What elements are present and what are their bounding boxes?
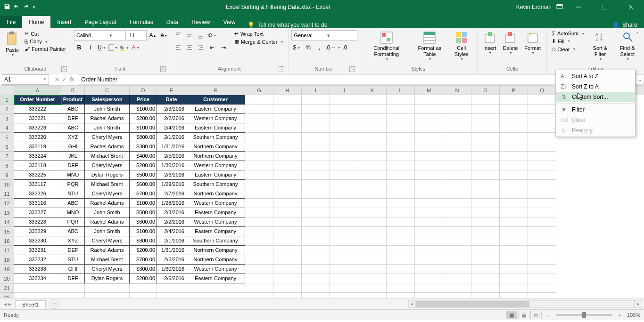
font-launcher[interactable]: ↘ <box>160 66 166 72</box>
cell-A4[interactable]: 333223 <box>14 123 61 133</box>
cell-M20[interactable] <box>415 274 443 283</box>
cell-Q17[interactable] <box>528 246 556 255</box>
cell-O18[interactable] <box>471 255 500 265</box>
cell-C4[interactable]: John Smith <box>85 123 130 133</box>
cell-H4[interactable] <box>273 123 302 133</box>
cell-C17[interactable]: Rachel Adams <box>85 246 130 255</box>
cell-L5[interactable] <box>387 133 415 142</box>
cell-J8[interactable] <box>330 161 358 170</box>
cell-K9[interactable] <box>358 170 387 180</box>
cell-M10[interactable] <box>415 180 443 189</box>
cell-K19[interactable] <box>358 265 387 274</box>
cell-N7[interactable] <box>443 152 471 161</box>
cell-N20[interactable] <box>443 274 471 283</box>
cell-E2[interactable]: 2/3/2016 <box>157 105 186 114</box>
cell-E11[interactable]: 2/7/2016 <box>157 189 186 199</box>
cell-G10[interactable] <box>245 180 273 189</box>
close-button[interactable] <box>620 0 642 14</box>
cell-A6[interactable]: 333119 <box>14 142 61 152</box>
cell-L22[interactable] <box>387 293 415 298</box>
cell-M7[interactable] <box>415 152 443 161</box>
cell-J14[interactable] <box>330 217 358 227</box>
cell-C10[interactable]: Michael Brent <box>85 180 130 189</box>
cell-F22[interactable] <box>186 293 245 298</box>
cell-D14[interactable]: $600.00 <box>130 217 157 227</box>
cell-E6[interactable]: 1/31/2016 <box>157 142 186 152</box>
cell-I19[interactable] <box>302 265 330 274</box>
insert-cells-button[interactable]: Insert▼ <box>480 30 499 56</box>
fill-button[interactable]: ⬇Fill▼ <box>550 38 586 45</box>
cell-Q5[interactable] <box>528 133 556 142</box>
sheet-nav-next-icon[interactable]: ▸ <box>8 301 11 307</box>
conditional-formatting-button[interactable]: Conditional Formatting▼ <box>362 30 411 63</box>
minimize-button[interactable] <box>568 0 589 14</box>
cell-K10[interactable] <box>358 180 387 189</box>
cell-F5[interactable]: Southern Company <box>186 133 245 142</box>
cell-Q22[interactable] <box>528 293 556 298</box>
cell-K14[interactable] <box>358 217 387 227</box>
cell-B21[interactable] <box>61 283 85 293</box>
view-page-break-icon[interactable]: ▭ <box>530 311 542 319</box>
cell-B4[interactable]: ABC <box>61 123 85 133</box>
row-header-3[interactable]: 3 <box>0 114 14 123</box>
cell-D3[interactable]: $200.00 <box>130 114 157 123</box>
cell-L1[interactable] <box>387 95 415 105</box>
cell-C14[interactable]: Rachel Adams <box>85 217 130 227</box>
col-header-A[interactable]: A <box>14 86 61 95</box>
cell-D4[interactable]: $100.00 <box>130 123 157 133</box>
cell-C13[interactable]: John Smith <box>85 208 130 217</box>
cell-A15[interactable]: 333229 <box>14 227 61 236</box>
cell-A22[interactable] <box>14 293 61 298</box>
cell-A7[interactable]: 333224 <box>14 152 61 161</box>
save-icon[interactable] <box>4 3 10 11</box>
font-color-button[interactable]: A▼ <box>131 42 141 53</box>
cell-O16[interactable] <box>471 236 500 246</box>
cell-D7[interactable]: $400.00 <box>130 152 157 161</box>
clear-button[interactable]: ◇Clear▼ <box>550 46 586 53</box>
col-header-M[interactable]: M <box>415 86 443 95</box>
cell-B14[interactable]: PQR <box>61 217 85 227</box>
cell-H14[interactable] <box>273 217 302 227</box>
col-header-Q[interactable]: Q <box>528 86 556 95</box>
cell-N2[interactable] <box>443 105 471 114</box>
sort-filter-button[interactable]: AZSort & Filter▼ <box>587 30 612 63</box>
cell-Q4[interactable] <box>528 123 556 133</box>
row-header-15[interactable]: 15 <box>0 227 14 236</box>
cell-P7[interactable] <box>500 152 528 161</box>
cell-M1[interactable] <box>415 95 443 105</box>
cell-B12[interactable]: ABC <box>61 199 85 208</box>
cell-Q19[interactable] <box>528 265 556 274</box>
col-header-G[interactable]: G <box>245 86 273 95</box>
cell-M13[interactable] <box>415 208 443 217</box>
tab-review[interactable]: Review <box>185 16 216 28</box>
tab-formulas[interactable]: Formulas <box>123 16 160 28</box>
col-header-J[interactable]: J <box>330 86 358 95</box>
col-header-B[interactable]: B <box>61 86 85 95</box>
cell-M14[interactable] <box>415 217 443 227</box>
cell-K13[interactable] <box>358 208 387 217</box>
cell-O12[interactable] <box>471 199 500 208</box>
cell-G11[interactable] <box>245 189 273 199</box>
cell-M17[interactable] <box>415 246 443 255</box>
cell-N1[interactable] <box>443 95 471 105</box>
cell-J1[interactable] <box>330 95 358 105</box>
cell-F6[interactable]: Northern Company <box>186 142 245 152</box>
cell-L7[interactable] <box>387 152 415 161</box>
cell-L20[interactable] <box>387 274 415 283</box>
cell-I8[interactable] <box>302 161 330 170</box>
sheet-nav-prev-icon[interactable]: ◂ <box>4 301 7 307</box>
qat-customize-icon[interactable]: ▼ <box>32 5 36 9</box>
decrease-indent-icon[interactable]: ⇤ <box>207 42 217 53</box>
cell-P1[interactable] <box>500 95 528 105</box>
cell-L10[interactable] <box>387 180 415 189</box>
cell-K17[interactable] <box>358 246 387 255</box>
cell-I2[interactable] <box>302 105 330 114</box>
cell-F15[interactable]: Eastern Company <box>186 227 245 236</box>
cell-J15[interactable] <box>330 227 358 236</box>
cell-A12[interactable]: 333116 <box>14 199 61 208</box>
cell-P15[interactable] <box>500 227 528 236</box>
increase-decimal-icon[interactable]: .0→ <box>325 42 336 53</box>
zoom-in-button[interactable]: + <box>618 312 621 318</box>
zoom-level[interactable]: 100% <box>627 312 640 318</box>
row-header-4[interactable]: 4 <box>0 123 14 133</box>
